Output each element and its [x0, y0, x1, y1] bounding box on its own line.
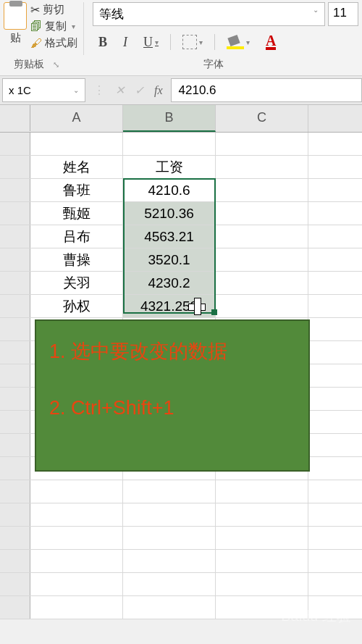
cell[interactable]: [216, 573, 308, 595]
row-header[interactable]: [0, 527, 30, 549]
cell[interactable]: [123, 503, 216, 526]
row-header[interactable]: [0, 480, 30, 503]
underline-button[interactable]: U ▾: [138, 33, 164, 52]
chevron-down-icon: ▾: [199, 38, 203, 46]
cell[interactable]: [30, 503, 123, 526]
cell[interactable]: [216, 156, 308, 178]
row-header[interactable]: [0, 295, 30, 317]
row-header[interactable]: [0, 457, 30, 480]
column-header-a[interactable]: A: [30, 105, 123, 132]
chevron-down-icon: ▾: [155, 38, 159, 46]
font-color-button[interactable]: A: [260, 32, 282, 52]
cell[interactable]: [216, 527, 308, 549]
format-painter-button[interactable]: 🖌 格式刷: [28, 35, 80, 51]
column-header-c[interactable]: C: [216, 105, 308, 132]
row-header[interactable]: [0, 202, 30, 225]
cell[interactable]: [30, 527, 123, 549]
font-group-label: 字体: [69, 58, 358, 71]
cell[interactable]: [216, 248, 308, 271]
row-header[interactable]: [0, 156, 30, 178]
cell[interactable]: [216, 295, 308, 317]
grid: 姓名 工资 鲁班 4210.6 甄姬 5210.36 吕布 4563.21 曹操…: [0, 133, 362, 619]
row-header[interactable]: [0, 318, 30, 340]
cell-name[interactable]: 孙权: [30, 295, 123, 317]
cancel-formula-button[interactable]: ✕: [115, 83, 125, 97]
cell-salary[interactable]: 4230.2: [123, 272, 216, 294]
row-header[interactable]: [0, 573, 30, 595]
cell[interactable]: [123, 573, 216, 595]
cell[interactable]: [30, 573, 123, 595]
cell-salary[interactable]: 5210.36: [123, 202, 216, 225]
cell-name[interactable]: 曹操: [30, 248, 123, 271]
cell[interactable]: [216, 480, 308, 503]
cut-button[interactable]: ✂ 剪切: [28, 2, 80, 17]
cell[interactable]: [216, 133, 308, 155]
cell-name[interactable]: 吕布: [30, 225, 123, 248]
row-header[interactable]: [0, 272, 30, 294]
chevron-down-icon: ▾: [72, 22, 75, 30]
column-header-b[interactable]: B: [123, 105, 216, 132]
paste-icon[interactable]: [4, 2, 27, 30]
cell[interactable]: [216, 503, 308, 526]
chevron-down-icon: ⌄: [73, 86, 79, 94]
name-box[interactable]: x 1C ⌄: [2, 78, 85, 102]
cell[interactable]: [216, 225, 308, 248]
instruction-overlay: 1. 选中要改变的数据 2. Ctrl+Shift+1: [35, 319, 310, 472]
cell[interactable]: [30, 596, 123, 619]
font-name-selector[interactable]: 等线 ⌄: [93, 2, 325, 26]
cell-salary[interactable]: 4321.253: [123, 295, 216, 317]
clipboard-group-label: 剪贴板 ⤡: [4, 58, 69, 71]
fx-button[interactable]: fx: [154, 84, 163, 97]
select-all-corner[interactable]: [0, 105, 30, 131]
chevron-down-icon: ⌄: [313, 6, 319, 22]
row-header[interactable]: [0, 411, 30, 433]
bold-button[interactable]: B: [93, 33, 113, 52]
formula-input[interactable]: 4210.6: [171, 78, 362, 102]
cell[interactable]: [30, 480, 123, 503]
cell[interactable]: [123, 527, 216, 549]
bucket-icon: [227, 35, 244, 49]
row-header[interactable]: [0, 550, 30, 572]
cell-salary[interactable]: 3520.1: [123, 248, 216, 271]
vertical-dots-icon: ⋮: [93, 83, 105, 97]
row-header[interactable]: [0, 133, 30, 155]
cell-name[interactable]: 关羽: [30, 272, 123, 294]
cell[interactable]: [123, 133, 216, 155]
row-header[interactable]: [0, 225, 30, 248]
spreadsheet: A B C 姓名 工资 鲁班 4210.6 甄姬 5210.36: [0, 105, 362, 619]
formula-bar: x 1C ⌄ ⋮ ✕ ✓ fx 4210.6: [0, 76, 362, 105]
cell[interactable]: [216, 272, 308, 294]
fill-color-button[interactable]: ▾: [221, 33, 256, 51]
font-size-selector[interactable]: 11: [328, 2, 358, 26]
copy-icon: 🗐: [30, 20, 42, 33]
cell[interactable]: [30, 133, 123, 155]
cell[interactable]: [216, 179, 308, 201]
border-button[interactable]: ▾: [177, 33, 209, 51]
confirm-formula-button[interactable]: ✓: [135, 83, 144, 97]
copy-button[interactable]: 🗐 复制 ▾: [28, 19, 80, 34]
dialog-launcher-icon[interactable]: ⤡: [53, 60, 59, 70]
row-header[interactable]: [0, 388, 30, 410]
row-header[interactable]: [0, 364, 30, 387]
italic-button[interactable]: I: [117, 33, 133, 52]
cell[interactable]: [216, 550, 308, 572]
cell[interactable]: [30, 550, 123, 572]
cell-salary[interactable]: 4210.6: [123, 179, 216, 201]
cell-name[interactable]: 鲁班: [30, 179, 123, 201]
cell[interactable]: [216, 202, 308, 225]
row-header[interactable]: [0, 341, 30, 364]
row-header[interactable]: [0, 596, 30, 619]
chevron-down-icon: ▾: [246, 38, 250, 46]
cell[interactable]: [123, 480, 216, 503]
row-header[interactable]: [0, 179, 30, 201]
clipboard-group: 贴 ✂ 剪切 🗐 复制 ▾ 🖌 格式刷: [4, 2, 84, 55]
row-header[interactable]: [0, 248, 30, 271]
cell-name[interactable]: 甄姬: [30, 202, 123, 225]
row-header[interactable]: [0, 503, 30, 526]
cell-header-salary[interactable]: 工资: [123, 156, 216, 178]
row-header[interactable]: [0, 434, 30, 456]
cell-header-name[interactable]: 姓名: [30, 156, 123, 178]
cell[interactable]: [123, 550, 216, 572]
cell-salary[interactable]: 4563.21: [123, 225, 216, 248]
cell[interactable]: [123, 596, 216, 619]
